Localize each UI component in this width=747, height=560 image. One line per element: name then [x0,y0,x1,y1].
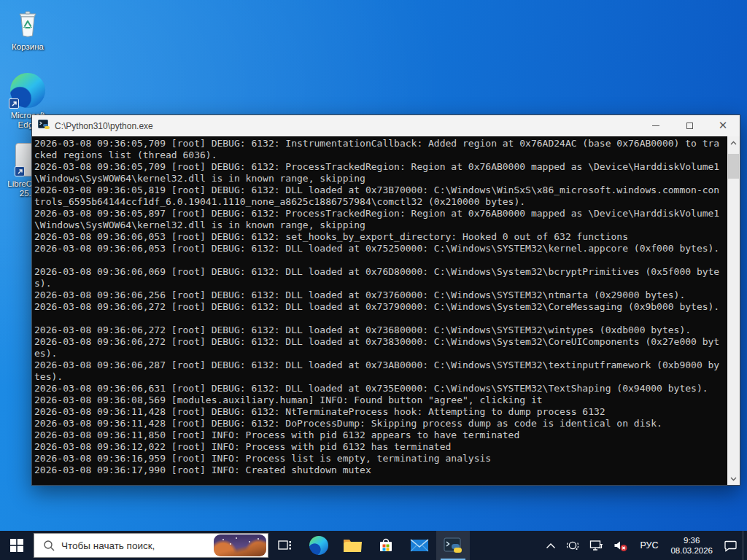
taskbar-python-console-button[interactable] [436,531,470,560]
log-line: 2026-03-08 09:36:06,272 [root] DEBUG: 61… [34,324,726,336]
log-line: 2026-03-08 09:36:06,053 [root] DEBUG: 61… [34,231,726,243]
minimize-icon [652,125,659,126]
log-line: 2026-03-08 09:36:06,272 [root] DEBUG: 61… [34,301,726,313]
show-desktop-button[interactable] [743,531,747,560]
console-body[interactable]: 2026-03-08 09:36:05,709 [root] DEBUG: 61… [32,136,740,485]
console-window: C:\Python310\python.exe ✕ 2026-03-08 09:… [31,114,740,486]
log-line: 2026-03-08 09:36:16,959 [root] INFO: Pro… [34,453,726,464]
maximize-icon [686,122,693,129]
mail-icon [410,538,429,553]
start-button[interactable] [0,531,34,560]
desktop: Корзина Microsoft Edge LibreOffice 25.2 [0,0,747,560]
chevron-up-icon [730,141,737,145]
scroll-up-button[interactable] [727,136,740,149]
minimize-button[interactable] [639,115,673,136]
taskbar: Чтобы начать поиск, [0,531,747,560]
scroll-down-button[interactable] [727,472,740,485]
tray-chevron-button[interactable] [541,531,561,560]
log-line: 2026-03-08 09:36:06,272 [root] DEBUG: 61… [34,336,726,348]
scrollbar-thumb[interactable] [728,154,739,179]
log-line: 2026-03-08 09:36:06,256 [root] DEBUG: 61… [34,289,726,301]
tray-circle-button[interactable] [561,531,584,560]
log-line: 2026-03-08 09:36:06,287 [root] DEBUG: 61… [34,359,726,371]
log-line: cked regions list (thread 6036). [34,149,726,161]
log-line [34,254,726,266]
log-line [34,313,726,324]
file-explorer-icon [343,537,362,553]
log-line: 2026-03-08 09:36:11,428 [root] DEBUG: 61… [34,406,726,418]
log-line: 2026-03-08 09:36:06,631 [root] DEBUG: 61… [34,383,726,394]
shortcut-arrow-icon [9,98,19,109]
language-indicator[interactable]: РУС [633,540,665,551]
action-center-button[interactable] [719,531,743,560]
window-titlebar[interactable]: C:\Python310\python.exe ✕ [32,115,740,136]
log-line: \Windows\SysWOW64\kernel32.dll is in kno… [34,219,726,231]
task-view-button[interactable] [268,531,302,560]
log-line: 2026-03-08 09:36:05,819 [root] DEBUG: 61… [34,184,726,196]
taskbar-mail-button[interactable] [403,531,436,560]
clock-time: 9:36 [670,535,713,545]
log-line: s). [34,278,726,289]
maximize-button[interactable] [673,115,706,136]
log-line: 2026-03-08 09:36:08,569 [modules.auxilia… [34,394,726,406]
python-console-icon [38,119,50,133]
clock[interactable]: 9:36 08.03.2026 [665,535,719,556]
search-input[interactable]: Чтобы начать поиск, [34,533,268,558]
log-line: 2026-03-08 09:36:17,990 [root] INFO: Cre… [34,464,726,476]
chevron-down-icon [730,477,737,481]
log-line: 2026-03-08 09:36:06,069 [root] DEBUG: 61… [34,266,726,278]
log-line: 2026-03-08 09:36:12,022 [root] INFO: Pro… [34,441,726,453]
action-center-icon [724,540,738,552]
taskbar-store-button[interactable] [369,531,403,560]
desktop-icon-recycle-bin[interactable]: Корзина [0,8,55,52]
search-icon [43,540,55,552]
circle-brackets-icon [566,540,579,551]
log-line: 2026-03-08 09:36:05,709 [root] DEBUG: 61… [34,138,726,149]
log-line: tes). [34,371,726,383]
microsoft-store-icon [378,537,394,553]
log-line: \Windows\SysWOW64\kernel32.dll is in kno… [34,173,726,184]
log-line: 2026-03-08 09:36:06,053 [root] DEBUG: 61… [34,243,726,254]
edge-icon [10,73,45,108]
python-console-icon [444,536,462,555]
network-icon [589,540,603,551]
search-highlight-image[interactable] [214,534,266,556]
windows-logo-icon [10,539,23,552]
close-button[interactable]: ✕ [706,115,740,136]
console-output: 2026-03-08 09:36:05,709 [root] DEBUG: 61… [34,138,726,485]
volume-muted-icon [614,540,628,552]
shortcut-arrow-icon [15,166,25,176]
tray-volume-button[interactable] [608,531,633,560]
log-line: 2026-03-08 09:36:11,850 [root] INFO: Pro… [34,429,726,441]
log-line: trols_6595b64144ccf1df_6.0.19041.1110_no… [34,196,726,208]
log-line: es). [34,348,726,359]
chevron-up-icon [546,542,556,549]
taskbar-file-explorer-button[interactable] [336,531,369,560]
close-icon: ✕ [719,120,728,131]
tray-network-button[interactable] [584,531,608,560]
taskbar-edge-button[interactable] [302,531,336,560]
log-line: 2026-03-08 09:36:05,709 [root] DEBUG: 61… [34,161,726,173]
desktop-icon-label: Корзина [0,42,55,52]
task-view-icon [278,539,293,552]
console-scrollbar[interactable] [727,136,740,485]
edge-icon [309,536,328,555]
log-line: 2026-03-08 09:36:11,428 [root] DEBUG: 61… [34,418,726,429]
recycle-bin-icon [12,8,44,40]
log-line: 2026-03-08 09:36:05,897 [root] DEBUG: 61… [34,208,726,219]
clock-date: 08.03.2026 [670,545,713,556]
search-placeholder: Чтобы начать поиск, [61,540,155,551]
window-title: C:\Python310\python.exe [55,121,153,131]
